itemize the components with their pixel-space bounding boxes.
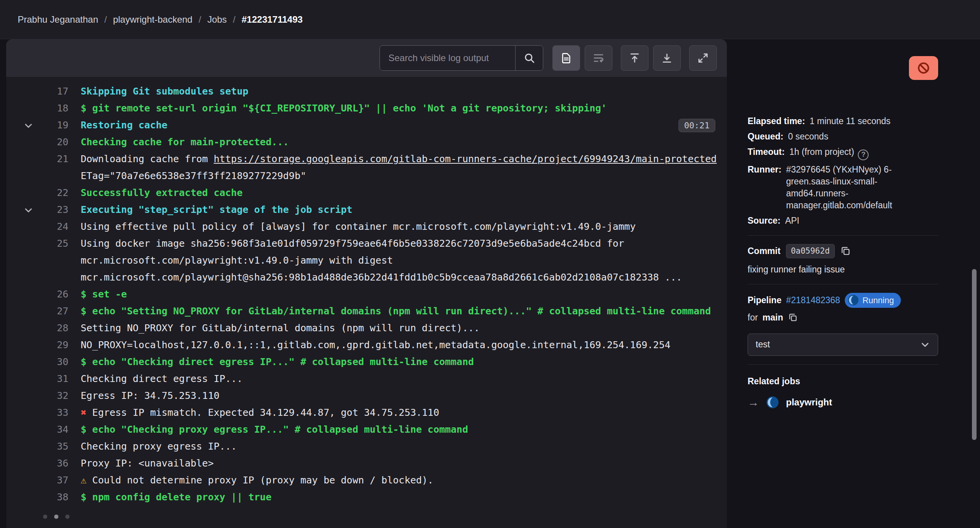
breadcrumb-separator: / [199,14,201,25]
log-text: Using docker image sha256:968f3a1e01df05… [81,235,727,286]
pipeline-ref-row: for main [748,312,938,324]
job-status-running-icon [766,396,779,409]
timeout-row: Timeout: 1h (from project)? [748,146,938,160]
fullscreen-button[interactable] [689,45,717,71]
line-number[interactable]: 33 [39,404,68,421]
log-output[interactable]: 17Skipping Git submodules setup18$ git r… [6,77,727,528]
line-number[interactable]: 22 [39,184,68,201]
ref-name[interactable]: main [763,312,783,324]
log-line: 25Using docker image sha256:968f3a1e01df… [6,235,727,286]
log-line: 18$ git remote set-url origin "${CI_REPO… [6,100,727,117]
pipeline-label: Pipeline [748,294,781,306]
line-number[interactable]: 19 [39,117,68,134]
section-duration-badge: 00:21 [678,119,715,132]
line-number[interactable]: 25 [39,235,68,252]
queued-row: Queued: 0 seconds [748,131,938,143]
pipeline-row: Pipeline #2181482368 Running [748,293,938,308]
line-number[interactable]: 27 [39,303,68,320]
pipeline-status-badge[interactable]: Running [845,293,901,308]
log-text: Checking direct egress IP... [81,370,727,387]
chevron-spacer [18,303,39,307]
chevron-spacer [18,134,39,138]
log-search-input[interactable] [380,46,515,70]
show-raw-button[interactable] [552,45,580,71]
line-number[interactable]: 29 [39,337,68,354]
log-text: NO_PROXY=localhost,127.0.0.1,::1,.gitlab… [81,337,727,354]
line-number[interactable]: 30 [39,354,68,370]
collapse-chevron-icon[interactable] [18,117,39,131]
log-search-group [380,45,543,71]
wrap-lines-button[interactable] [585,45,612,71]
log-line: 36Proxy IP: <unavailable> [6,455,727,472]
log-text: Checking cache for main-protected... [81,134,727,151]
log-line: 29NO_PROXY=localhost,127.0.0.1,::1,.gitl… [6,337,727,354]
copy-icon [840,246,851,256]
line-number[interactable]: 23 [39,201,68,218]
search-icon [524,52,535,64]
loading-dot [65,515,70,519]
log-line: 35Checking proxy egress IP... [6,438,727,455]
log-text: Downloading cache from https://storage.g… [81,151,727,184]
log-text: $ git remote set-url origin "${CI_REPOSI… [81,100,727,117]
log-line: 37⚠ Could not determine proxy IP (proxy … [6,472,727,489]
chevron-spacer [18,472,39,476]
breadcrumb-separator: / [104,14,107,25]
wrap-lines-icon [593,52,604,64]
commit-sha[interactable]: 0a05962d [786,244,835,258]
log-line: 31Checking direct egress IP... [6,370,727,387]
line-number[interactable]: 24 [39,218,68,235]
timeout-help-icon[interactable]: ? [858,149,869,160]
related-job-item[interactable]: → playwright [748,396,938,409]
log-line: 27$ echo "Setting NO_PROXY for GitLab/in… [6,303,727,320]
chevron-spacer [18,337,39,340]
line-number[interactable]: 34 [39,421,68,438]
divider [748,235,938,236]
line-number[interactable]: 26 [39,286,68,303]
pipeline-link[interactable]: #2181482368 [786,294,840,306]
log-text: Executing "step_script" stage of the job… [81,201,727,218]
log-lines: 17Skipping Git submodules setup18$ git r… [6,83,727,506]
line-number[interactable]: 38 [39,489,68,506]
cancel-job-button[interactable] [909,56,938,80]
log-text: ⚠ Could not determine proxy IP (proxy ma… [81,472,727,489]
log-toolbar [6,39,727,77]
line-number[interactable]: 28 [39,320,68,337]
copy-ref-button[interactable] [788,312,798,322]
collapse-chevron-icon[interactable] [18,201,39,215]
line-number[interactable]: 32 [39,387,68,404]
log-text: $ echo "Checking direct egress IP..." # … [81,354,727,370]
line-number[interactable]: 31 [39,370,68,387]
copy-icon [788,312,798,322]
breadcrumb-item: #12231711493 [242,14,303,25]
source-row: Source: API [748,215,938,227]
breadcrumb-separator: / [233,14,235,25]
scroll-to-bottom-button[interactable] [653,45,681,71]
log-link[interactable]: https://storage.googleapis.com/gitlab-co… [214,153,716,164]
source-value: API [785,215,799,227]
breadcrumb-item[interactable]: playwright-backend [113,14,192,25]
stage-dropdown[interactable]: test [748,334,938,356]
log-line: 23Executing "step_script" stage of the j… [6,201,727,218]
log-line: 30$ echo "Checking direct egress IP..." … [6,354,727,370]
line-number[interactable]: 35 [39,438,68,455]
line-number[interactable]: 20 [39,134,68,151]
queued-label: Queued: [748,131,783,143]
line-number[interactable]: 37 [39,472,68,489]
line-number[interactable]: 17 [39,83,68,100]
sidebar-scrollbar[interactable] [972,269,977,440]
search-button[interactable] [515,46,543,70]
breadcrumb-item[interactable]: Prabhu Jeganathan [18,14,98,25]
scroll-to-top-button[interactable] [621,45,648,71]
stage-dropdown-value: test [756,339,770,350]
log-line: 32Egress IP: 34.75.253.110 [6,387,727,404]
elapsed-time-value: 1 minute 11 seconds [810,115,891,127]
chevron-spacer [18,151,39,154]
log-text: Skipping Git submodules setup [81,83,727,100]
copy-commit-button[interactable] [840,246,851,256]
line-number[interactable]: 18 [39,100,68,117]
breadcrumb-item[interactable]: Jobs [207,14,227,25]
chevron-spacer [18,320,39,324]
runner-value: #32976645 (YKxHNyex) 6-green.saas-linux-… [786,164,938,211]
line-number[interactable]: 36 [39,455,68,472]
line-number[interactable]: 21 [39,151,68,168]
